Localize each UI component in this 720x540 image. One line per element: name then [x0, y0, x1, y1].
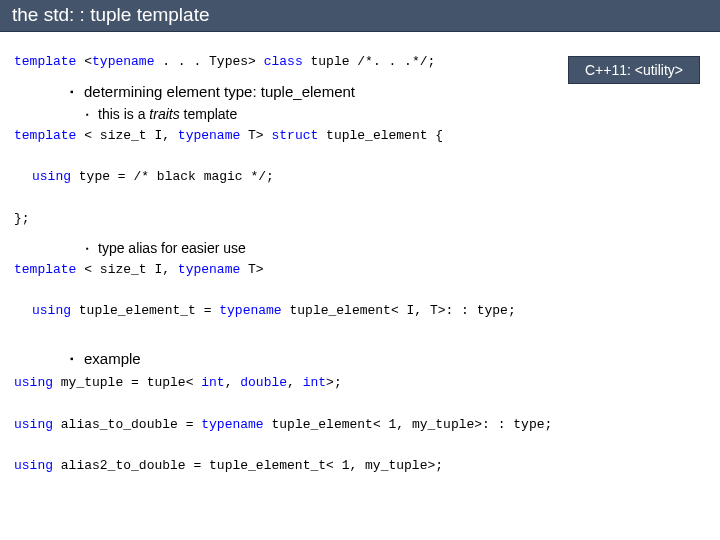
kw: using — [14, 458, 53, 473]
kw: using — [32, 169, 71, 184]
kw: using — [14, 375, 53, 390]
code-text: < — [76, 54, 92, 69]
code-text: T> — [240, 262, 263, 277]
kw: int — [201, 375, 224, 390]
kw: typename — [201, 417, 263, 432]
kw: struct — [271, 128, 318, 143]
code-text: . . . Types> — [154, 54, 263, 69]
code-text: alias_to_double = — [53, 417, 201, 432]
bullet-item: determining element type: tuple_element — [70, 83, 706, 100]
code-text: tuple /*. . .*/; — [303, 54, 436, 69]
slide-title: the std: : tuple template — [0, 0, 720, 32]
text: this is a — [98, 106, 149, 122]
code-text: , — [225, 375, 241, 390]
code-block-3: template < size_t I, typename T> using t… — [14, 260, 706, 322]
code-text: T> — [240, 128, 271, 143]
slide-body: template <typename . . . Types> class tu… — [0, 32, 720, 477]
text: template — [180, 106, 238, 122]
code-text: tuple_element< 1, my_tuple>: : type; — [264, 417, 553, 432]
kw: template — [14, 262, 76, 277]
bullet-item: example — [70, 350, 706, 367]
code-text: , — [287, 375, 303, 390]
kw: typename — [178, 128, 240, 143]
kw: template — [14, 54, 76, 69]
code-text: }; — [14, 211, 30, 226]
kw: using — [14, 417, 53, 432]
code-block-4: using my_tuple = tuple< int, double, int… — [14, 373, 706, 477]
code-text: >; — [326, 375, 342, 390]
code-text: alias2_to_double = tuple_element_t< 1, m… — [53, 458, 443, 473]
kw: int — [303, 375, 326, 390]
sub-bullet-list: this is a traits template — [86, 106, 706, 122]
kw: typename — [178, 262, 240, 277]
kw: class — [264, 54, 303, 69]
bullet-list: determining element type: tuple_element — [70, 83, 706, 100]
code-text: my_tuple = tuple< — [53, 375, 201, 390]
code-text: tuple_element { — [318, 128, 443, 143]
kw: double — [240, 375, 287, 390]
italic-text: traits — [149, 106, 179, 122]
code-block-2: template < size_t I, typename T> struct … — [14, 126, 706, 230]
code-text: type = /* black magic */; — [71, 169, 274, 184]
bullet-list: example — [70, 350, 706, 367]
standard-badge: C++11: <utility> — [568, 56, 700, 84]
kw: typename — [219, 303, 281, 318]
code-text: < size_t I, — [76, 128, 177, 143]
code-text: tuple_element_t = — [71, 303, 219, 318]
code-text: tuple_element< I, T>: : type; — [282, 303, 516, 318]
kw: template — [14, 128, 76, 143]
bullet-item: this is a traits template — [86, 106, 706, 122]
code-text: < size_t I, — [76, 262, 177, 277]
kw: typename — [92, 54, 154, 69]
kw: using — [32, 303, 71, 318]
bullet-item: type alias for easier use — [86, 240, 706, 256]
sub-bullet-list: type alias for easier use — [86, 240, 706, 256]
